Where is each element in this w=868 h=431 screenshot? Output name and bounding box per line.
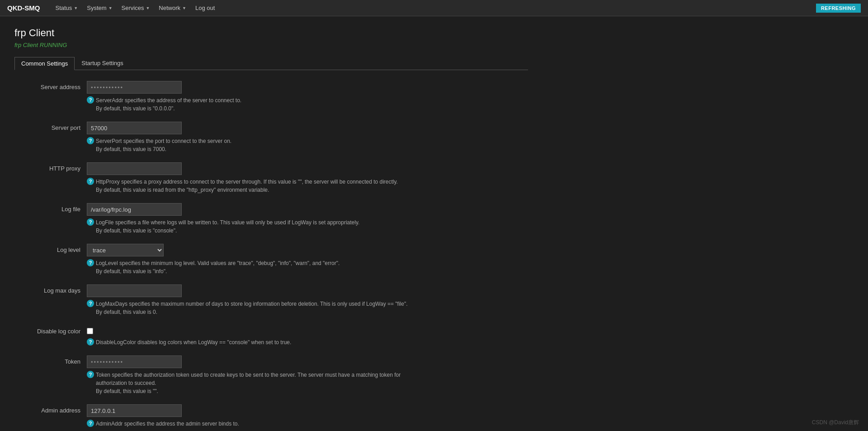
http-proxy-input[interactable] xyxy=(87,162,182,175)
log-file-help-icon: ? xyxy=(87,218,94,226)
nav-services[interactable]: Services ▼ xyxy=(117,0,155,16)
watermark: CSDN @David唐辉 xyxy=(812,419,859,426)
admin-address-help: ? AdminAddr specifies the address the ad… xyxy=(87,420,430,428)
server-address-field: ? ServerAddr specifies the address of th… xyxy=(87,81,430,113)
server-port-field: ? ServerPort specifies the port to conne… xyxy=(87,122,430,153)
server-address-row: Server address ? ServerAddr specifies th… xyxy=(14,81,528,113)
token-help-icon: ? xyxy=(87,371,94,378)
refreshing-badge: REFRESHING xyxy=(816,4,861,13)
log-max-days-label: Log max days xyxy=(14,284,87,294)
log-level-field: trace debug info warn error ? LogLevel s… xyxy=(87,244,430,275)
server-port-label: Server port xyxy=(14,122,87,131)
server-address-help-icon: ? xyxy=(87,96,94,104)
nav-status[interactable]: Status ▼ xyxy=(51,0,83,16)
server-address-input[interactable] xyxy=(87,81,182,94)
token-input[interactable] xyxy=(87,355,182,368)
http-proxy-help-icon: ? xyxy=(87,178,94,185)
disable-log-color-row: Disable log color ? DisableLogColor disa… xyxy=(14,325,528,346)
nav-status-arrow: ▼ xyxy=(74,6,78,10)
server-port-row: Server port ? ServerPort specifies the p… xyxy=(14,122,528,153)
main-content: frp Client frp Client RUNNING Common Set… xyxy=(0,16,542,431)
http-proxy-help: ? HttpProxy specifies a proxy address to… xyxy=(87,178,430,194)
disable-log-color-help: ? DisableLogColor disables log colors wh… xyxy=(87,338,430,346)
server-address-label: Server address xyxy=(14,81,87,90)
disable-log-color-checkbox[interactable] xyxy=(87,328,93,334)
brand-logo: QKD-SMQ xyxy=(7,4,40,12)
nav-services-arrow: ▼ xyxy=(146,6,150,10)
nav-network-arrow: ▼ xyxy=(182,6,186,10)
log-file-help: ? LogFile specifies a file where logs wi… xyxy=(87,218,430,235)
http-proxy-label: HTTP proxy xyxy=(14,162,87,172)
log-max-days-input[interactable] xyxy=(87,284,182,297)
log-max-days-help-icon: ? xyxy=(87,300,94,307)
nav-logout[interactable]: Log out xyxy=(191,0,219,16)
http-proxy-field: ? HttpProxy specifies a proxy address to… xyxy=(87,162,430,194)
log-level-row: Log level trace debug info warn error ? … xyxy=(14,244,528,275)
log-file-label: Log file xyxy=(14,203,87,213)
nav-network[interactable]: Network ▼ xyxy=(154,0,191,16)
page-status: frp Client RUNNING xyxy=(14,42,528,48)
log-level-help: ? LogLevel specifies the minimum log lev… xyxy=(87,259,430,275)
navbar: QKD-SMQ Status ▼ System ▼ Services ▼ Net… xyxy=(0,0,868,16)
log-max-days-help: ? LogMaxDays specifies the maximum numbe… xyxy=(87,300,430,316)
tabs: Common Settings Startup Settings xyxy=(14,57,528,70)
server-port-input[interactable] xyxy=(87,122,182,134)
log-file-row: Log file ? LogFile specifies a file wher… xyxy=(14,203,528,235)
form-section: Server address ? ServerAddr specifies th… xyxy=(14,81,528,428)
server-address-help: ? ServerAddr specifies the address of th… xyxy=(87,96,430,113)
admin-address-input[interactable] xyxy=(87,404,182,417)
admin-address-row: Admin address ? AdminAddr specifies the … xyxy=(14,404,528,428)
tab-common-settings[interactable]: Common Settings xyxy=(14,57,75,70)
admin-address-label: Admin address xyxy=(14,404,87,414)
server-port-help-icon: ? xyxy=(87,137,94,144)
log-max-days-field: ? LogMaxDays specifies the maximum numbe… xyxy=(87,284,430,316)
disable-log-color-label: Disable log color xyxy=(14,325,87,335)
disable-log-color-help-icon: ? xyxy=(87,338,94,346)
disable-log-color-field: ? DisableLogColor disables log colors wh… xyxy=(87,325,430,346)
http-proxy-row: HTTP proxy ? HttpProxy specifies a proxy… xyxy=(14,162,528,194)
log-file-input[interactable] xyxy=(87,203,182,216)
admin-address-help-icon: ? xyxy=(87,420,94,427)
log-file-field: ? LogFile specifies a file where logs wi… xyxy=(87,203,430,235)
log-max-days-row: Log max days ? LogMaxDays specifies the … xyxy=(14,284,528,316)
token-help: ? Token specifies the authorization toke… xyxy=(87,371,430,395)
token-field: ? Token specifies the authorization toke… xyxy=(87,355,430,395)
server-port-help: ? ServerPort specifies the port to conne… xyxy=(87,137,430,153)
log-level-label: Log level xyxy=(14,244,87,253)
log-level-help-icon: ? xyxy=(87,259,94,266)
log-level-select[interactable]: trace debug info warn error xyxy=(87,244,164,256)
token-label: Token xyxy=(14,355,87,365)
nav-system-arrow: ▼ xyxy=(108,6,113,10)
token-row: Token ? Token specifies the authorizatio… xyxy=(14,355,528,395)
tab-startup-settings[interactable]: Startup Settings xyxy=(75,57,130,70)
navbar-right: REFRESHING xyxy=(816,5,861,11)
nav-system[interactable]: System ▼ xyxy=(82,0,117,16)
admin-address-field: ? AdminAddr specifies the address the ad… xyxy=(87,404,430,428)
page-title: frp Client xyxy=(14,27,528,39)
